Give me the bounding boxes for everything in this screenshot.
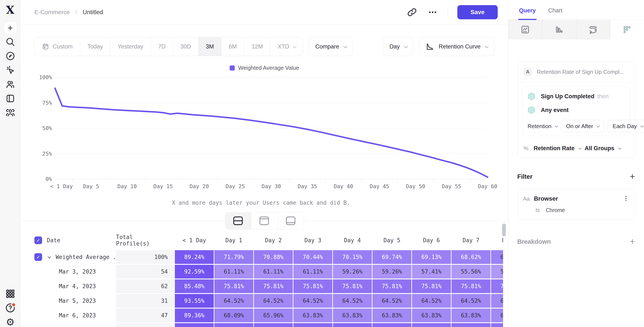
range-button-3m[interactable]: 3M [198, 37, 222, 56]
retention-cell[interactable]: 71.79% [214, 250, 253, 264]
retention-cell[interactable]: 69.74% [372, 250, 411, 264]
help-icon[interactable] [4, 301, 17, 315]
filter-property[interactable]: Browser [534, 195, 558, 202]
table-row[interactable]: Mar 7, 20236287.1%80.65%80.65%80.65%80.6… [34, 323, 503, 327]
retention-mode-dropdown[interactable]: Retention [528, 123, 557, 130]
retention-cell[interactable]: 59.26% [372, 265, 411, 279]
retention-cell[interactable]: 68.09% [214, 309, 253, 322]
retention-cell[interactable]: 57.41% [412, 265, 451, 279]
retention-cell[interactable]: 69.13% [412, 250, 451, 264]
retention-cell[interactable]: 70.88% [254, 250, 293, 264]
reports-sidebar-icon[interactable] [4, 91, 17, 106]
step-return-event[interactable]: Any event [528, 103, 625, 117]
share-link-icon[interactable] [406, 7, 418, 18]
retention-cell[interactable]: 63.83% [452, 309, 490, 322]
retention-cell[interactable]: 63.83% [491, 309, 503, 322]
retention-cell[interactable]: 65.96% [254, 309, 293, 322]
retention-cell[interactable]: 63.83% [372, 309, 411, 322]
retention-cell[interactable]: 75.81% [412, 279, 451, 293]
breadcrumb-root[interactable]: E-Commerce [34, 9, 70, 16]
retention-cell[interactable]: 77.42% [452, 323, 490, 327]
retention-cell[interactable]: 64.52% [412, 294, 451, 308]
select-all-checkbox[interactable]: ✓ [34, 237, 42, 244]
retention-cell[interactable]: 89.36% [175, 309, 214, 322]
retention-cell[interactable]: 77.42% [412, 323, 451, 327]
retention-cell[interactable]: 85.48% [175, 279, 214, 293]
retention-cell[interactable]: 59.26% [333, 265, 372, 279]
retention-cell[interactable]: 93.55% [175, 294, 214, 308]
apps-grid-icon[interactable] [4, 287, 17, 301]
retention-cell[interactable]: 64.52% [214, 294, 253, 308]
retention-cell[interactable]: 63.83% [294, 309, 332, 322]
retention-cell[interactable]: 75.81% [254, 279, 293, 293]
query-title[interactable]: Retention Rate of Sign Up Compl... [537, 69, 624, 75]
table-row[interactable]: Mar 6, 20234789.36%68.09%65.96%63.83%63.… [34, 309, 503, 322]
retention-cell[interactable]: 61.11% [294, 265, 332, 279]
retention-cell[interactable]: 55.56% [491, 265, 503, 279]
tab-query[interactable]: Query [519, 7, 536, 19]
retention-cell[interactable]: 89.24% [175, 250, 214, 264]
range-button-7d[interactable]: 7D [151, 37, 173, 56]
events-cursor-icon[interactable] [4, 63, 17, 77]
retention-cell[interactable]: 75.81% [333, 279, 372, 293]
table-row[interactable]: Mar 4, 20236285.48%75.81%75.81%75.81%75.… [34, 279, 503, 293]
cohorts-group-icon[interactable] [4, 106, 17, 120]
retention-cell[interactable]: 92.59% [175, 265, 214, 279]
report-type-flows[interactable] [576, 20, 610, 39]
table-row[interactable]: ✓Weighted Average ...100%89.24%71.79%70.… [34, 250, 503, 264]
users-icon[interactable] [4, 77, 17, 91]
retention-cell[interactable]: 79.03% [372, 323, 411, 327]
granularity-dropdown[interactable]: Day [383, 37, 414, 56]
retention-window-dropdown[interactable]: Each Day [608, 120, 644, 132]
retention-cell[interactable]: 80.65% [214, 323, 253, 327]
row-checkbox[interactable]: ✓ [34, 253, 42, 261]
range-button-custom[interactable]: Custom [34, 37, 80, 56]
new-report-button[interactable]: + [4, 21, 17, 35]
retention-cell[interactable]: 75.81% [491, 323, 503, 327]
retention-cell[interactable]: 74.19% [491, 279, 503, 293]
group-dropdown[interactable]: All Groups [585, 145, 614, 152]
more-options-icon[interactable] [427, 7, 438, 18]
retention-cell[interactable]: 75.81% [214, 279, 253, 293]
chart-type-dropdown[interactable]: Retention Curve [419, 37, 494, 56]
retention-cell[interactable]: 68.62% [452, 250, 490, 264]
retention-cell[interactable]: 64.52% [491, 294, 503, 308]
explore-compass-icon[interactable] [4, 49, 17, 63]
report-type-insights[interactable] [508, 20, 542, 39]
retention-cell[interactable]: 68.11% [491, 250, 503, 264]
retention-cell[interactable]: 87.1% [175, 323, 214, 327]
retention-cell[interactable]: 61.11% [254, 265, 293, 279]
retention-cell[interactable]: 75.81% [294, 279, 332, 293]
retention-cell[interactable]: 70.15% [333, 250, 372, 264]
expand-chevron-icon[interactable] [48, 255, 51, 258]
retention-cell[interactable]: 80.65% [333, 323, 372, 327]
range-button-30d[interactable]: 30D [173, 37, 199, 56]
retention-cell[interactable]: 63.83% [412, 309, 451, 322]
add-breakdown-button[interactable]: + [630, 237, 635, 246]
retention-cell[interactable]: 64.52% [254, 294, 293, 308]
add-filter-button[interactable]: + [630, 172, 635, 181]
table-row[interactable]: Mar 3, 20235492.59%61.11%61.11%61.11%59.… [34, 265, 503, 279]
retention-cell[interactable]: 63.83% [333, 309, 372, 322]
range-button-xtd[interactable]: XTD [270, 37, 303, 56]
retention-cell[interactable]: 80.65% [294, 323, 332, 327]
filter-kebab-icon[interactable] [623, 195, 629, 203]
filter-operator[interactable]: Is [536, 207, 540, 213]
retention-cell[interactable]: 64.52% [372, 294, 411, 308]
retention-cell[interactable]: 75.81% [372, 279, 411, 293]
range-button-6m[interactable]: 6M [222, 37, 244, 56]
compare-button[interactable]: Compare [309, 37, 353, 56]
retention-cell[interactable]: 75.81% [452, 279, 490, 293]
table-scrollbar[interactable] [502, 224, 506, 237]
settings-gear-icon[interactable]: ⚙ [4, 315, 17, 327]
filter-card[interactable]: Aa Browser Is Chrome [517, 189, 635, 220]
retention-cell[interactable]: 80.65% [254, 323, 293, 327]
breadcrumb-current[interactable]: Untitled [83, 9, 103, 16]
range-button-yesterday[interactable]: Yesterday [110, 37, 151, 56]
save-button[interactable]: Save [457, 5, 498, 19]
report-type-retention[interactable] [610, 20, 644, 39]
step-first-event[interactable]: Sign Up Completed then [528, 89, 625, 103]
metric-dropdown[interactable]: Retention Rate [534, 145, 574, 152]
retention-cell[interactable]: 61.11% [214, 265, 253, 279]
layout-chart-button[interactable] [251, 212, 278, 229]
